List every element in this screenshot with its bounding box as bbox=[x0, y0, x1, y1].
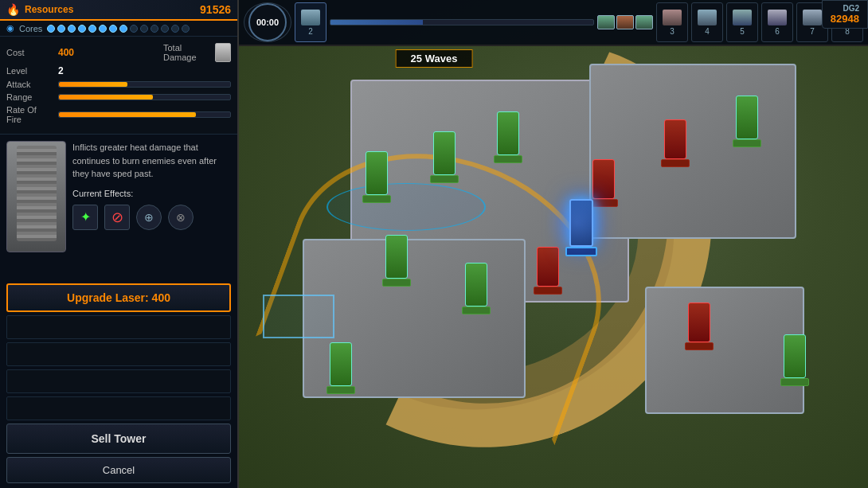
timer-value: 00:00 bbox=[256, 18, 279, 27]
range-bar bbox=[59, 95, 153, 100]
effect-icon-2: ⊘ bbox=[104, 205, 130, 230]
cores-bar: ◉ Cores bbox=[0, 21, 237, 37]
tower-info-area: Inflicts greater heat damage that contin… bbox=[0, 135, 237, 279]
enemy-icon-2 bbox=[616, 15, 634, 29]
attack-row: Attack bbox=[6, 80, 231, 89]
tower-description-text: Inflicts greater heat damage that contin… bbox=[72, 141, 231, 181]
empty-slot-1 bbox=[6, 315, 231, 339]
button-section: Upgrade Laser: 400 Sell Tower Cancel bbox=[0, 279, 237, 488]
wave-num-1: 2 bbox=[308, 27, 313, 36]
core-dot-2 bbox=[57, 25, 65, 33]
stats-section: Cost 400 Total Damage Level 2 Attack Ran… bbox=[0, 37, 237, 135]
core-dot-10 bbox=[140, 25, 148, 33]
top-hud: 00:00 2 3 4 5 6 7 8 DG2 82948 bbox=[239, 0, 868, 46]
cancel-button[interactable]: Cancel bbox=[6, 457, 231, 483]
circle-icon: ◉ bbox=[6, 23, 14, 33]
core-dot-6 bbox=[99, 25, 107, 33]
score-display: DG2 82948 bbox=[822, 0, 868, 29]
tower-green-2[interactable] bbox=[430, 131, 459, 183]
effect-glyph-4: ⊗ bbox=[176, 209, 186, 226]
timer-display: 00:00 bbox=[244, 2, 291, 42]
tower-green-6[interactable] bbox=[326, 342, 355, 394]
wave-slot-2[interactable]: 3 bbox=[656, 2, 688, 42]
core-dot-1 bbox=[47, 25, 55, 33]
cores-label: Cores bbox=[19, 24, 42, 33]
tower-green-3[interactable] bbox=[494, 111, 522, 163]
resources-header: 🔥 Resources 91526 bbox=[0, 0, 237, 21]
resources-label: Resources bbox=[25, 4, 73, 15]
wave-num-5: 6 bbox=[775, 27, 780, 36]
enemy-icon-3 bbox=[635, 15, 653, 29]
core-dot-8 bbox=[119, 25, 127, 33]
empty-slot-2 bbox=[6, 342, 231, 366]
cores-dots bbox=[47, 25, 190, 33]
wave-slot-1[interactable]: 2 bbox=[295, 2, 326, 42]
effect-icon-4: ⊗ bbox=[168, 205, 194, 230]
core-dot-14 bbox=[182, 25, 190, 33]
core-dot-13 bbox=[171, 25, 179, 33]
core-dot-4 bbox=[78, 25, 86, 33]
fire-rate-bar bbox=[59, 112, 196, 117]
effect-glyph-3: ⊕ bbox=[144, 209, 154, 226]
level-label: Level bbox=[6, 66, 50, 76]
wave-slot-4[interactable]: 5 bbox=[726, 2, 758, 42]
enemy-icon-1 bbox=[597, 15, 615, 29]
fire-icon: 🔥 bbox=[6, 3, 20, 16]
wave-icon-1 bbox=[301, 10, 320, 25]
sell-tower-button[interactable]: Sell Tower bbox=[6, 424, 231, 454]
placement-grid bbox=[263, 295, 334, 338]
tower-body bbox=[366, 151, 388, 195]
range-row: Range bbox=[6, 92, 231, 102]
fire-rate-label: Rate Of Fire bbox=[6, 105, 50, 124]
upgrade-button[interactable]: Upgrade Laser: 400 bbox=[6, 283, 231, 312]
tower-green-8[interactable] bbox=[780, 334, 809, 386]
core-dot-9 bbox=[130, 25, 138, 33]
score-value: 82948 bbox=[831, 13, 859, 25]
effects-icons: ✦ ⊘ ⊕ ⊗ bbox=[72, 205, 231, 230]
cost-value: 400 bbox=[58, 47, 74, 58]
cost-row: Cost 400 Total Damage bbox=[6, 43, 231, 62]
cost-label: Cost bbox=[6, 48, 50, 57]
attack-bar bbox=[59, 82, 127, 87]
wave-icon-6 bbox=[803, 10, 822, 25]
fire-rate-bar-container bbox=[58, 111, 231, 118]
range-indicator bbox=[326, 183, 486, 231]
tower-green-1[interactable] bbox=[362, 151, 391, 203]
tower-red-4[interactable] bbox=[685, 303, 714, 350]
core-dot-5 bbox=[88, 25, 96, 33]
wave-num-2: 3 bbox=[670, 27, 674, 36]
level-value: 2 bbox=[58, 65, 64, 76]
attack-bar-container bbox=[58, 81, 231, 88]
wave-icon-4 bbox=[733, 10, 752, 25]
tower-image bbox=[6, 141, 66, 252]
wave-slot-5[interactable]: 6 bbox=[761, 2, 793, 42]
wave-slot-3[interactable]: 4 bbox=[691, 2, 723, 42]
tower-selected[interactable] bbox=[565, 199, 597, 256]
core-dot-3 bbox=[68, 25, 76, 33]
left-panel: 🔥 Resources 91526 ◉ Cores Cost 40 bbox=[0, 0, 239, 488]
wave-icon-2 bbox=[663, 10, 682, 25]
wave-num-6: 7 bbox=[810, 27, 815, 36]
range-label: Range bbox=[6, 92, 50, 102]
waves-text: 25 Waves bbox=[411, 53, 458, 64]
core-dot-7 bbox=[109, 25, 117, 33]
core-dot-11 bbox=[151, 25, 158, 33]
waves-banner: 25 Waves bbox=[396, 49, 473, 68]
wave-num-3: 4 bbox=[705, 27, 710, 36]
damage-icon bbox=[215, 43, 231, 62]
effect-glyph-2: ⊘ bbox=[111, 207, 123, 228]
tower-base bbox=[362, 195, 391, 203]
current-effects-label: Current Effects: bbox=[72, 187, 231, 201]
tower-green-7[interactable] bbox=[733, 96, 761, 147]
wave-num-4: 5 bbox=[740, 27, 745, 36]
game-scene bbox=[223, 0, 868, 488]
tower-red-3[interactable] bbox=[661, 119, 690, 167]
wave-icon-3 bbox=[698, 10, 717, 25]
score-label: DG2 bbox=[831, 4, 859, 13]
empty-slot-3 bbox=[6, 369, 231, 393]
effect-icon-1: ✦ bbox=[72, 205, 98, 230]
tower-green-5[interactable] bbox=[462, 263, 491, 314]
tower-green-4[interactable] bbox=[382, 235, 411, 287]
attack-label: Attack bbox=[6, 80, 50, 89]
tower-red-1[interactable] bbox=[534, 247, 562, 295]
